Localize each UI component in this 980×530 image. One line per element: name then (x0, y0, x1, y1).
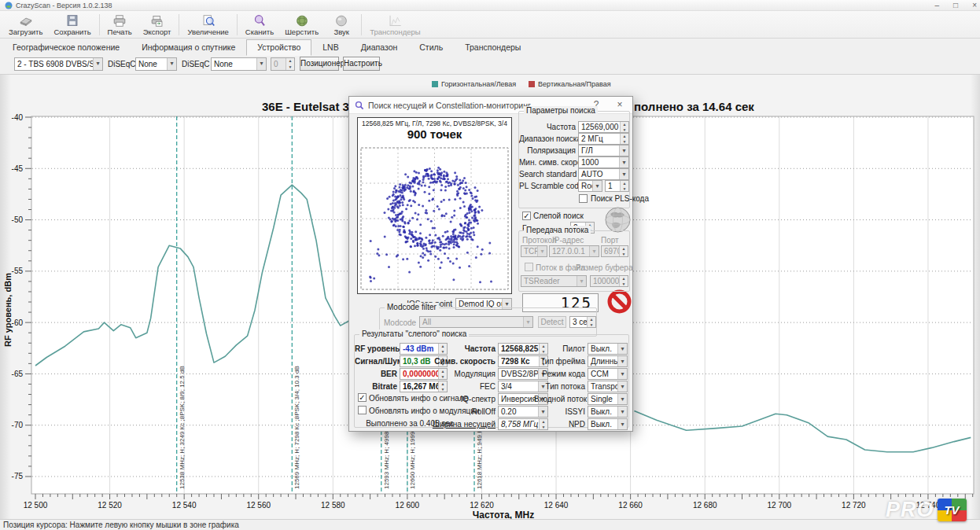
update-signal-checkbox[interactable] (358, 393, 367, 402)
param-select[interactable]: Г/Л▾ (578, 145, 629, 156)
param-select[interactable]: AUTO▾ (578, 168, 629, 180)
blind-search-checkbox[interactable] (522, 212, 531, 220)
configure-button[interactable]: Настроить (343, 57, 380, 71)
result-select[interactable]: Выкл.▾ (588, 418, 628, 430)
spinner-down-icon[interactable]: ▼ (621, 186, 628, 192)
param-label: Диапазон поиска (519, 134, 576, 144)
constellation-dot (442, 235, 444, 237)
dialog-title: Поиск несущей и Constellation-мониторинг (368, 101, 531, 110)
magnifier-document-icon (199, 14, 218, 28)
tab-device[interactable]: Устройство (246, 39, 311, 56)
chevron-down-icon: ▾ (617, 407, 627, 417)
constellation-dot (468, 265, 470, 267)
update-modulation-checkbox[interactable] (358, 406, 367, 414)
constellation-dot (418, 204, 420, 206)
constellation-dot (454, 183, 456, 186)
pls-search-checkbox[interactable] (579, 194, 588, 203)
constellation-dot (405, 241, 407, 243)
constellation-dot (412, 179, 414, 182)
positioner-button[interactable]: Позиционер (300, 57, 339, 71)
x-tick-label: 12 640 (544, 501, 569, 510)
export-button[interactable]: Экспорт (138, 12, 177, 38)
chevron-down-icon: ▾ (619, 145, 628, 156)
print-label: Печать (108, 28, 132, 36)
comb-button[interactable]: Шерстить (279, 12, 324, 38)
tab-range[interactable]: Диапазон (350, 39, 409, 56)
constellation-dot (427, 218, 429, 220)
zoom-button[interactable]: Увеличение (182, 12, 234, 38)
spinner[interactable]: ▲▼ (620, 134, 628, 144)
result-select[interactable]: CCM▾ (588, 368, 628, 380)
param-root-select[interactable]: Root▾ (578, 180, 602, 192)
param-stepper-value: 2 МГц (581, 134, 603, 143)
constellation-dot (399, 183, 401, 186)
result-select[interactable]: Transport▾ (588, 381, 628, 392)
param-root-stepper[interactable]: 1▲▼ (605, 180, 629, 192)
result-select[interactable]: Выкл.▾ (588, 343, 628, 355)
close-icon[interactable]: × (972, 0, 977, 11)
protocol-select: TCP▾ (521, 245, 547, 257)
constellation-dot (438, 208, 440, 211)
constellation-dot (393, 207, 396, 209)
spinner[interactable]: ▲▼ (620, 122, 628, 132)
constellation-dot (454, 180, 456, 182)
constellation-dot (444, 252, 446, 255)
constellation-dot (407, 237, 409, 240)
tab-lnb[interactable]: LNB (311, 39, 349, 56)
result-select[interactable]: Длинный▾ (588, 355, 628, 367)
spinner-down-icon[interactable]: ▼ (621, 139, 628, 145)
sound-button[interactable]: Звук (324, 12, 359, 38)
param-stepper[interactable]: 2 МГц▲▼ (578, 133, 629, 145)
toolbar-separator (99, 14, 100, 35)
tuner-select[interactable]: 2 - TBS 6908 DVBS/S2 Tuner 0▾ (14, 57, 103, 71)
tab-style[interactable]: Стиль (408, 39, 454, 56)
ip-select: 127.0.0.1▾ (549, 245, 599, 257)
maximize-icon[interactable]: □ (953, 0, 958, 11)
window-titlebar[interactable]: CrazyScan - Версия 1.0.2.138 – □ × (0, 0, 980, 11)
param-combo[interactable]: 1000▾ (578, 156, 629, 168)
result-select[interactable]: Single▾ (588, 393, 628, 405)
result-select[interactable]: Выкл.▾ (588, 406, 628, 418)
load-button[interactable]: Загрузить (3, 12, 48, 38)
minimize-icon[interactable]: – (935, 0, 940, 11)
stream-group-label: Передача потока (524, 226, 591, 235)
constellation-dot (432, 239, 434, 241)
constellation-dot (376, 252, 378, 255)
detect-interval-stepper[interactable]: 3 сек▲▼ (569, 316, 596, 328)
constellation-dot (439, 267, 441, 269)
print-button[interactable]: Печать (102, 12, 138, 38)
constellation-dot (439, 180, 441, 182)
save-button[interactable]: Сохранить (48, 12, 96, 38)
constellation-dot (430, 242, 433, 245)
spinner[interactable]: ▲▼ (620, 181, 628, 191)
constellation-dot (459, 207, 462, 209)
constellation-dot (462, 179, 464, 182)
y-axis-label: RF уровень, dBm (3, 273, 13, 347)
diseqc10-select[interactable]: None▾ (135, 57, 177, 71)
constellation-dot (420, 255, 422, 257)
constellation-dot (437, 176, 440, 179)
tab-geography[interactable]: Географическое положение (2, 39, 131, 56)
scan-button[interactable]: Сканить (240, 12, 279, 38)
constellation-dot (453, 210, 455, 212)
param-label: Search standard (519, 170, 576, 179)
constellation-dot (378, 254, 380, 256)
toolbar-separator (361, 14, 362, 35)
spinner-down-icon[interactable]: ▼ (621, 127, 628, 133)
constellation-dot (425, 243, 427, 245)
stop-icon[interactable] (607, 289, 632, 314)
constellation-dot (447, 236, 449, 238)
modcode-group-label: Modcode filter (385, 303, 439, 312)
constellation-dot (470, 236, 472, 238)
constellation-dot (468, 189, 470, 191)
constellation-dot (429, 167, 431, 170)
stream-to-file-checkbox (525, 263, 533, 271)
tab-transponders[interactable]: Транспондеры (454, 39, 532, 56)
diseqc1x-select[interactable]: None▾ (211, 57, 267, 71)
tab-satellite-info[interactable]: Информация о спутнике (131, 39, 246, 56)
watermark-pro-text: PRO (886, 498, 934, 522)
chevron-down-icon: ▾ (617, 394, 627, 404)
constellation-dot (394, 220, 396, 223)
constellation-dot (401, 219, 403, 222)
param-stepper[interactable]: 12569,000 МГц▲▼ (578, 121, 629, 133)
